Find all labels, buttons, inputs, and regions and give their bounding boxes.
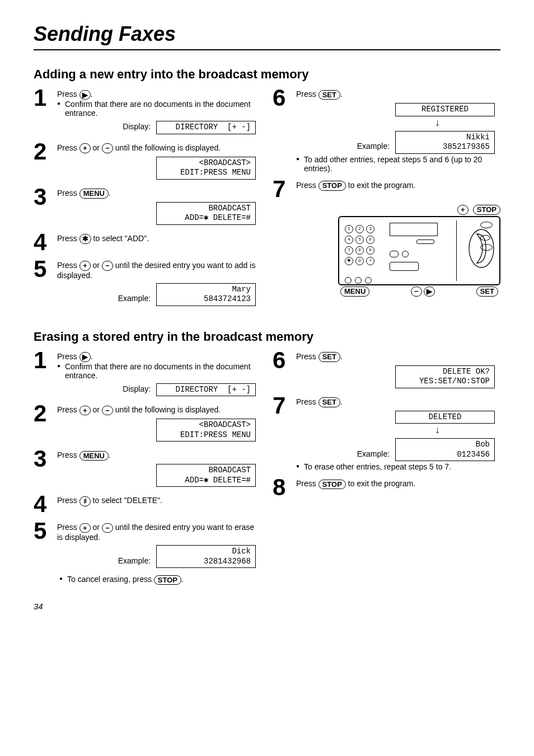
text: or: [91, 261, 102, 270]
menu-button: MENU: [79, 189, 109, 199]
device-diagram: + STOP 123 456 789 ✱0♯: [338, 205, 500, 297]
text: Press: [57, 143, 79, 152]
text: to select "ADD".: [91, 234, 149, 243]
text: Press: [57, 450, 79, 459]
example-label: Example:: [357, 449, 390, 458]
minus-button: −: [102, 261, 113, 271]
text: or: [91, 405, 102, 414]
plus-button: +: [79, 143, 91, 153]
hash-button: ♯: [79, 496, 91, 506]
arrow-down-icon: ↓: [296, 118, 500, 128]
text: .: [181, 575, 184, 584]
step-number: 3: [34, 448, 50, 469]
text: .: [109, 189, 111, 198]
text: .: [109, 450, 111, 459]
text: .: [340, 397, 343, 406]
erase-col-left: 1 Press ▶. Confirm that there are no doc…: [34, 350, 261, 585]
plus-button: +: [79, 406, 91, 416]
lcd-display: BROADCAST ADD=✱ DELETE=#: [156, 464, 256, 487]
erase-step-1: 1 Press ▶. Confirm that there are no doc…: [34, 350, 261, 398]
text: Press: [296, 90, 318, 98]
page-number: 34: [34, 602, 500, 611]
bullet-text: To add other entries, repeat steps 5 and…: [296, 155, 500, 173]
erase-col-right: 6 Press SET. DELETE OK? YES:SET/NO:STOP …: [273, 350, 500, 585]
device-body: 123 456 789 ✱0♯: [338, 216, 500, 285]
text: Press: [57, 90, 79, 98]
step-number: 1: [34, 87, 50, 109]
step-number: 3: [34, 186, 50, 208]
erase-step-6: 6 Press SET. DELETE OK? YES:SET/NO:STOP: [273, 350, 500, 389]
star-button: ✱: [79, 234, 91, 244]
stop-button-callout: STOP: [473, 205, 500, 215]
add-step-4: 4 Press ✱ to select "ADD".: [34, 232, 261, 253]
minus-button: −: [102, 143, 113, 153]
example-label: Example:: [357, 142, 390, 151]
erase-step-4: 4 Press ♯ to select "DELETE".: [34, 494, 261, 515]
stop-button: STOP: [318, 181, 346, 191]
step-number: 2: [34, 141, 50, 162]
erase-step-5: 5 Press + or − until the desired entry y…: [34, 520, 261, 569]
text: Press: [57, 352, 79, 361]
add-step-1: 1 Press ▶. Confirm that there are no doc…: [34, 87, 261, 135]
add-step-2: 2 Press + or − until the following is di…: [34, 141, 261, 181]
add-step-5: 5 Press + or − until the desired entry y…: [34, 259, 261, 307]
text: Press: [57, 496, 79, 505]
menu-button-callout: MENU: [340, 287, 369, 297]
play-button: ▶: [79, 352, 91, 362]
erase-heading: Erasing a stored entry in the broadcast …: [34, 330, 500, 344]
text: .: [91, 352, 93, 361]
text: or: [91, 143, 102, 152]
text: to select "DELETE".: [91, 496, 162, 505]
play-button: ▶: [79, 90, 91, 100]
lcd-display: Mary 5843724123: [156, 283, 256, 306]
add-col-left: 1 Press ▶. Confirm that there are no doc…: [34, 87, 261, 313]
plus-button: +: [79, 523, 91, 533]
add-col-right: 6 Press SET. REGISTERED ↓ Example: Nikki…: [273, 87, 500, 313]
play-button-callout: ▶: [424, 287, 435, 297]
bullet-text: To erase other entries, repeat steps 5 t…: [296, 462, 500, 471]
text: Press: [57, 405, 79, 414]
step-number: 5: [34, 520, 50, 542]
step-number: 4: [34, 494, 50, 515]
lcd-display: <BROADCAST> EDIT:PRESS MENU: [156, 419, 256, 442]
step-number: 6: [273, 87, 289, 109]
text: Press: [296, 352, 318, 361]
add-step-6: 6 Press SET. REGISTERED ↓ Example: Nikki…: [273, 87, 500, 173]
add-columns: 1 Press ▶. Confirm that there are no doc…: [34, 87, 500, 313]
lcd-display: REGISTERED: [395, 103, 495, 116]
lcd-display: BROADCAST ADD=✱ DELETE=#: [156, 202, 256, 225]
lcd-display: DELETED: [395, 411, 495, 424]
text: Press: [57, 189, 79, 198]
page: Sending Faxes Adding a new entry into th…: [34, 22, 500, 611]
erase-step-8: 8 Press STOP to exit the program.: [273, 477, 500, 498]
text: Press: [296, 181, 318, 190]
erase-step-3: 3 Press MENU. BROADCAST ADD=✱ DELETE=#: [34, 448, 261, 488]
bullet-text: Confirm that there are no documents in t…: [57, 362, 261, 380]
device-screen: [390, 223, 438, 236]
step-number: 2: [34, 403, 50, 424]
text: to exit the program.: [346, 181, 416, 190]
display-label: Display:: [123, 122, 151, 131]
device-slot: [416, 240, 434, 244]
minus-button: −: [102, 406, 113, 416]
text: or: [91, 523, 102, 532]
text: to exit the program.: [346, 479, 416, 488]
erase-step-2: 2 Press + or − until the following is di…: [34, 403, 261, 443]
cancel-note: To cancel erasing, press STOP.: [59, 575, 261, 585]
lcd-display: Nikki 3852179365: [395, 131, 495, 154]
plus-button-callout: +: [457, 205, 469, 215]
title-rule: [34, 49, 500, 50]
minus-button: −: [102, 523, 113, 533]
arrow-down-icon: ↓: [296, 425, 500, 435]
plus-button: +: [79, 261, 91, 271]
bullet-text: Confirm that there are no documents in t…: [57, 100, 261, 118]
lcd-display: DIRECTORY [+ -]: [156, 121, 256, 134]
step-number: 8: [273, 477, 289, 498]
lcd-display: Bob 0123456: [395, 438, 495, 461]
text: until the following is displayed.: [113, 143, 221, 152]
keypad: 123 456 789 ✱0♯: [345, 225, 374, 285]
text: To cancel erasing, press: [67, 575, 154, 584]
text: Press: [296, 397, 318, 406]
menu-button: MENU: [79, 451, 109, 461]
text: Press: [57, 523, 79, 532]
